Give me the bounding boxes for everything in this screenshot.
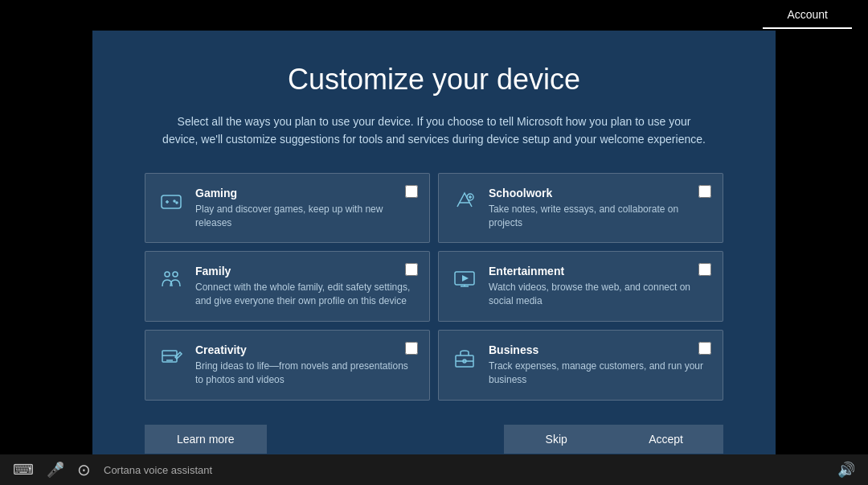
svg-point-4 bbox=[176, 202, 178, 203]
cortana-circle-icon[interactable]: ⊙ bbox=[77, 460, 91, 479]
card-family[interactable]: Family Connect with the whole family, ed… bbox=[145, 251, 430, 322]
card-entertainment-desc: Watch videos, browse the web, and connec… bbox=[489, 281, 711, 308]
svg-marker-13 bbox=[462, 275, 469, 282]
card-creativity-checkbox[interactable] bbox=[405, 342, 418, 355]
card-creativity[interactable]: Creativity Bring ideas to life—from nove… bbox=[145, 330, 430, 401]
main-window: Customize your device Select all the way… bbox=[92, 31, 776, 454]
right-buttons: Skip Accept bbox=[504, 425, 723, 454]
card-gaming-content: Gaming Play and discover games, keep up … bbox=[195, 187, 418, 230]
card-family-checkbox[interactable] bbox=[405, 263, 418, 276]
card-schoolwork-desc: Take notes, write essays, and collaborat… bbox=[489, 203, 711, 230]
family-icon bbox=[157, 265, 186, 294]
entertainment-icon bbox=[450, 265, 479, 294]
accept-button[interactable]: Accept bbox=[608, 425, 723, 454]
gaming-icon bbox=[157, 187, 186, 216]
bottom-buttons: Learn more Skip Accept bbox=[145, 425, 723, 454]
card-gaming-desc: Play and discover games, keep up with ne… bbox=[195, 203, 418, 230]
cards-grid: Gaming Play and discover games, keep up … bbox=[145, 173, 723, 401]
microphone-icon[interactable]: 🎤 bbox=[47, 461, 64, 479]
card-family-title: Family bbox=[195, 265, 418, 277]
card-family-desc: Connect with the whole family, edit safe… bbox=[195, 281, 418, 308]
page-subtitle: Select all the ways you plan to use your… bbox=[161, 113, 707, 149]
learn-more-button[interactable]: Learn more bbox=[145, 425, 267, 454]
schoolwork-icon bbox=[450, 187, 479, 216]
card-business-desc: Track expenses, manage customers, and ru… bbox=[489, 360, 711, 387]
svg-point-8 bbox=[165, 272, 170, 277]
card-creativity-content: Creativity Bring ideas to life—from nove… bbox=[195, 343, 418, 387]
card-gaming-title: Gaming bbox=[195, 187, 418, 199]
creativity-icon bbox=[157, 343, 186, 372]
card-schoolwork-title: Schoolwork bbox=[489, 187, 711, 199]
card-family-content: Family Connect with the whole family, ed… bbox=[195, 265, 418, 308]
taskbar: ⌨ 🎤 ⊙ Cortana voice assistant 🔊 bbox=[0, 454, 868, 485]
cortana-label: Cortana voice assistant bbox=[104, 464, 825, 476]
card-creativity-title: Creativity bbox=[195, 343, 418, 356]
svg-point-9 bbox=[173, 272, 178, 277]
top-bar: Account bbox=[0, 0, 868, 31]
skip-button[interactable]: Skip bbox=[504, 425, 608, 454]
card-entertainment-content: Entertainment Watch videos, browse the w… bbox=[489, 265, 711, 308]
card-entertainment[interactable]: Entertainment Watch videos, browse the w… bbox=[438, 251, 723, 322]
keyboard-icon[interactable]: ⌨ bbox=[13, 461, 34, 479]
card-gaming[interactable]: Gaming Play and discover games, keep up … bbox=[145, 173, 430, 244]
volume-icon[interactable]: 🔊 bbox=[837, 461, 855, 479]
card-schoolwork-checkbox[interactable] bbox=[698, 185, 711, 198]
business-icon bbox=[450, 343, 479, 372]
account-tab[interactable]: Account bbox=[763, 2, 852, 29]
svg-point-3 bbox=[174, 200, 175, 202]
card-entertainment-checkbox[interactable] bbox=[698, 263, 711, 276]
card-business[interactable]: Business Track expenses, manage customer… bbox=[438, 330, 723, 401]
card-gaming-checkbox[interactable] bbox=[405, 185, 418, 198]
page-title: Customize your device bbox=[288, 63, 580, 97]
card-schoolwork-content: Schoolwork Take notes, write essays, and… bbox=[489, 187, 711, 230]
card-creativity-desc: Bring ideas to life—from novels and pres… bbox=[195, 360, 418, 387]
card-business-content: Business Track expenses, manage customer… bbox=[489, 343, 711, 387]
card-entertainment-title: Entertainment bbox=[489, 265, 711, 277]
card-schoolwork[interactable]: Schoolwork Take notes, write essays, and… bbox=[438, 173, 723, 244]
card-business-title: Business bbox=[489, 343, 711, 356]
card-business-checkbox[interactable] bbox=[698, 342, 711, 355]
